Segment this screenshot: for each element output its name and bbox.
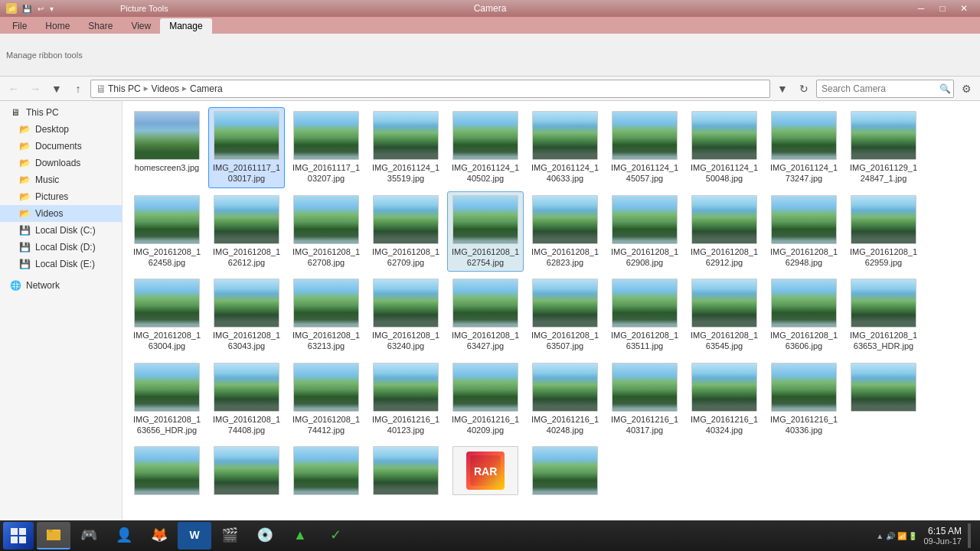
sidebar-item-downloads[interactable]: 📂 Downloads bbox=[0, 155, 122, 171]
file-item[interactable]: IMG_20161208_162908.jpg bbox=[606, 191, 683, 272]
sidebar-item-documents[interactable]: 📂 Documents bbox=[0, 138, 122, 155]
file-item[interactable] bbox=[845, 359, 922, 440]
file-item[interactable] bbox=[129, 442, 205, 501]
tab-file[interactable]: File bbox=[3, 18, 36, 34]
file-item[interactable]: IMG_20161208_163507.jpg bbox=[527, 275, 603, 356]
sidebar-item-desktop[interactable]: 📂 Desktop bbox=[0, 121, 122, 138]
file-item[interactable]: IMG_20161208_163213.jpg bbox=[288, 275, 364, 356]
file-item[interactable]: IMG_20161216_140248.jpg bbox=[527, 359, 603, 440]
file-item[interactable]: IMG_20161208_162612.jpg bbox=[208, 191, 285, 272]
file-item[interactable]: IMG_20161208_162823.jpg bbox=[527, 191, 603, 272]
breadcrumb-videos[interactable]: Videos bbox=[152, 83, 179, 94]
search-input[interactable] bbox=[822, 83, 936, 94]
file-item[interactable]: IMG_20161208_163427.jpg bbox=[447, 275, 524, 356]
file-item[interactable]: IMG_20161216_140209.jpg bbox=[447, 359, 524, 440]
file-item[interactable]: IMG_20161208_162912.jpg bbox=[686, 191, 763, 272]
file-item[interactable]: IMG_20161124_135519.jpg bbox=[368, 107, 444, 188]
file-item[interactable]: IMG_20161208_162754.jpg bbox=[447, 191, 524, 272]
file-item[interactable]: IMG_20161208_162458.jpg bbox=[129, 191, 205, 272]
tab-manage[interactable]: Manage bbox=[160, 18, 211, 34]
file-item[interactable]: IMG_20161208_174408.jpg bbox=[208, 359, 285, 440]
file-item[interactable]: IMG_20161208_163545.jpg bbox=[686, 275, 763, 356]
file-item[interactable]: IMG_20161208_163004.jpg bbox=[129, 275, 205, 356]
file-item[interactable] bbox=[288, 442, 364, 501]
file-item[interactable]: IMG_20161117_103207.jpg bbox=[288, 107, 364, 188]
file-item[interactable]: IMG_20161208_162948.jpg bbox=[766, 191, 842, 272]
taskbar-app-9[interactable]: ✓ bbox=[318, 522, 352, 549]
taskbar-app-explorer[interactable] bbox=[37, 522, 70, 549]
file-item[interactable]: IMG_20161124_173247.jpg bbox=[766, 107, 842, 188]
file-item[interactable]: IMG_20161208_163653_HDR.jpg bbox=[845, 275, 922, 356]
taskbar-show-desktop[interactable] bbox=[968, 523, 971, 548]
tab-view[interactable]: View bbox=[122, 18, 160, 34]
file-item[interactable]: IMG_20161124_150048.jpg bbox=[686, 107, 763, 188]
file-item[interactable]: IMG_20161208_163511.jpg bbox=[606, 275, 683, 356]
file-item[interactable]: IMG_20161129_124847_1.jpg bbox=[845, 107, 922, 188]
dropdown-history[interactable]: ▼ bbox=[773, 80, 792, 98]
file-item[interactable]: IMG_20161208_163043.jpg bbox=[208, 275, 285, 356]
start-button[interactable] bbox=[3, 522, 34, 549]
file-item[interactable] bbox=[527, 442, 603, 501]
svg-rect-2 bbox=[11, 528, 18, 535]
taskbar-app-3[interactable]: 👤 bbox=[107, 522, 141, 549]
file-item[interactable]: IMG_20161216_140324.jpg bbox=[686, 359, 763, 440]
sidebar-label-network: Network bbox=[26, 280, 60, 291]
file-item-rar[interactable]: RAR bbox=[447, 442, 524, 501]
sidebar-item-pictures[interactable]: 📂 Pictures bbox=[0, 188, 122, 205]
up-button[interactable]: ↑ bbox=[69, 80, 87, 98]
sidebar-item-localdiskie[interactable]: 💾 Local Disk (E:) bbox=[0, 256, 122, 272]
minimize-button[interactable]: ─ bbox=[911, 2, 931, 15]
taskbar-app-word[interactable]: W bbox=[178, 522, 211, 549]
file-item[interactable]: homescreen3.jpg bbox=[129, 107, 205, 188]
sidebar-item-music[interactable]: 📂 Music bbox=[0, 171, 122, 188]
breadcrumb-thispc[interactable]: This PC bbox=[108, 83, 141, 94]
sidebar-item-videos[interactable]: 📂 Videos bbox=[0, 205, 122, 222]
sidebar-item-localdiskd[interactable]: 💾 Local Disk (D:) bbox=[0, 239, 122, 256]
file-thumbnail-rar: RAR bbox=[452, 446, 518, 495]
file-item[interactable]: IMG_20161124_140502.jpg bbox=[447, 107, 524, 188]
taskbar-app-media[interactable]: 🎬 bbox=[213, 522, 247, 549]
file-item[interactable] bbox=[368, 442, 444, 501]
file-item[interactable]: IMG_20161208_162959.jpg bbox=[845, 191, 922, 272]
file-item[interactable]: IMG_20161216_140317.jpg bbox=[606, 359, 683, 440]
taskbar-app-triangle[interactable]: ▲ bbox=[283, 522, 317, 549]
breadcrumb[interactable]: 🖥 This PC ► Videos ► Camera bbox=[90, 80, 770, 98]
refresh-button[interactable]: ↻ bbox=[795, 80, 813, 98]
back-button[interactable]: ← bbox=[5, 80, 23, 98]
file-item[interactable]: IMG_20161208_174412.jpg bbox=[288, 359, 364, 440]
file-name: IMG_20161208_162959.jpg bbox=[849, 246, 918, 269]
quick-access[interactable]: 💾 ↩ ▾ bbox=[20, 4, 56, 14]
dropdown-button[interactable]: ▼ bbox=[47, 80, 66, 98]
tab-share[interactable]: Share bbox=[79, 18, 122, 34]
sidebar-item-network[interactable]: 🌐 Network bbox=[0, 277, 122, 294]
taskbar-app-games[interactable]: 🎮 bbox=[72, 522, 106, 549]
tab-home[interactable]: Home bbox=[36, 18, 79, 34]
sidebar-label-thispc: This PC bbox=[26, 107, 59, 118]
sidebar-item-localdiskc[interactable]: 💾 Local Disk (C:) bbox=[0, 222, 122, 239]
breadcrumb-camera[interactable]: Camera bbox=[190, 83, 223, 94]
file-item[interactable]: IMG_20161208_163240.jpg bbox=[368, 275, 444, 356]
file-name: IMG_20161208_163653_HDR.jpg bbox=[849, 330, 918, 352]
settings-button[interactable]: ⚙ bbox=[957, 80, 975, 98]
file-item[interactable]: IMG_20161124_145057.jpg bbox=[606, 107, 683, 188]
file-item[interactable]: IMG_20161208_163606.jpg bbox=[766, 275, 842, 356]
search-box[interactable]: 🔍 bbox=[816, 80, 954, 98]
maximize-button[interactable]: □ bbox=[933, 2, 952, 15]
sidebar-item-thispc[interactable]: 🖥 This PC bbox=[0, 104, 122, 121]
file-item[interactable]: IMG_20161208_163656_HDR.jpg bbox=[129, 359, 205, 440]
file-item[interactable] bbox=[208, 442, 285, 501]
file-item[interactable]: IMG_20161216_140336.jpg bbox=[766, 359, 842, 440]
taskbar-app-disk[interactable]: 💿 bbox=[248, 522, 282, 549]
taskbar-app-browser[interactable]: 🦊 bbox=[142, 522, 176, 549]
forward-button[interactable]: → bbox=[26, 80, 44, 98]
file-name: IMG_20161208_162458.jpg bbox=[132, 246, 201, 269]
file-item[interactable]: IMG_20161216_140123.jpg bbox=[368, 359, 444, 440]
file-item[interactable]: IMG_20161117_103017.jpg bbox=[208, 107, 285, 188]
file-item[interactable]: IMG_20161124_140633.jpg bbox=[527, 107, 603, 188]
save-quick-btn[interactable]: 💾 bbox=[20, 4, 34, 14]
undo-quick-btn[interactable]: ↩ bbox=[35, 4, 46, 14]
file-item[interactable]: IMG_20161208_162709.jpg bbox=[368, 191, 444, 272]
close-button[interactable]: ✕ bbox=[954, 2, 974, 15]
quick-dropdown[interactable]: ▾ bbox=[47, 4, 56, 14]
file-item[interactable]: IMG_20161208_162708.jpg bbox=[288, 191, 364, 272]
